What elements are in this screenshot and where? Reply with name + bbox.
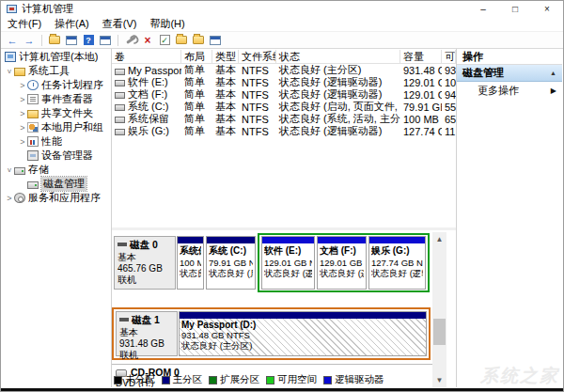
volume-list: 卷 布局 类型 文件系统 状态 容量 可用 My Passport (D:) 简… bbox=[112, 50, 456, 226]
chevron-right-icon[interactable]: > bbox=[18, 81, 27, 90]
col-capacity[interactable]: 容量 bbox=[400, 50, 442, 63]
scrollbar-thumb[interactable] bbox=[433, 319, 446, 345]
chevron-right-icon[interactable]: > bbox=[18, 137, 27, 147]
legend-primary: 主分区 bbox=[162, 373, 203, 386]
tree-item-task-scheduler[interactable]: > 任务计划程序 bbox=[2, 78, 110, 92]
properties-window-icon[interactable] bbox=[98, 34, 113, 47]
disk-icon bbox=[119, 318, 129, 321]
tree-item-disk-management[interactable]: 磁盘管理 bbox=[2, 177, 110, 191]
tree-item-local-users-groups[interactable]: > 本地用户和组 bbox=[2, 120, 110, 134]
actions-disk-management-section[interactable]: 磁盘管理 ▲ bbox=[457, 65, 562, 82]
help-icon[interactable]: ? bbox=[81, 34, 96, 47]
tree-item-event-viewer[interactable]: > 事件查看器 bbox=[2, 92, 110, 106]
tree-item-services-applications[interactable]: > 服务和应用程序 bbox=[2, 191, 110, 205]
disk0-info[interactable]: 磁盘 0 基本 465.76 GB 联机 bbox=[114, 236, 176, 290]
menu-view[interactable]: 查看(V) bbox=[96, 16, 144, 31]
partition-legend: 未分配 主分区 扩展分区 可用空间 逻辑驱动器 bbox=[114, 373, 384, 386]
partition-documents-f[interactable]: 文档 (F:) 129.01 GB NTFS 状态良好 (逻辑 bbox=[317, 236, 367, 290]
partition-entertainment-g[interactable]: 娱乐 (G:) 127.74 GB NTFS 状态良好 (逻辑 bbox=[368, 236, 426, 290]
tree-item-computer-management[interactable]: 计算机管理(本地) bbox=[2, 50, 110, 64]
toolbar: ← → ? × ✓ bbox=[1, 32, 563, 49]
action-wrench-icon[interactable] bbox=[123, 34, 138, 47]
toolbar-separator bbox=[41, 35, 42, 46]
extended-swatch bbox=[209, 376, 217, 384]
maximize-button[interactable]: □ bbox=[499, 1, 531, 16]
chevron-right-icon[interactable]: > bbox=[18, 95, 27, 104]
legend-free-space: 可用空间 bbox=[266, 373, 317, 386]
menu-action[interactable]: 操作(A) bbox=[48, 16, 96, 31]
tree-item-device-manager[interactable]: 设备管理器 bbox=[2, 149, 110, 163]
col-status[interactable]: 状态 bbox=[276, 50, 400, 63]
tree-item-storage[interactable]: v 存储 bbox=[2, 163, 110, 177]
logical-drive-swatch bbox=[323, 376, 332, 384]
col-filesystem[interactable]: 文件系统 bbox=[239, 50, 276, 63]
services-icon bbox=[14, 193, 25, 203]
disk-pane-scrollbar[interactable]: ▲ ▼ bbox=[432, 232, 446, 387]
show-hide-panel-icon[interactable] bbox=[208, 34, 223, 47]
submenu-arrow-icon: ▶ bbox=[551, 86, 556, 95]
disk-management-icon bbox=[27, 181, 39, 189]
chevron-right-icon[interactable]: > bbox=[18, 123, 27, 133]
event-viewer-icon bbox=[27, 94, 39, 104]
volume-icon bbox=[115, 69, 125, 75]
tree-item-performance[interactable]: > 性能 bbox=[2, 134, 110, 149]
col-type[interactable]: 类型 bbox=[212, 50, 239, 63]
disk1-selection-border: 磁盘 1 基本 931.48 GB 联机 My Passport (D:) 93… bbox=[112, 307, 431, 360]
check-icon[interactable]: ✓ bbox=[157, 34, 172, 47]
tree-item-system-tools[interactable]: v 系统工具 bbox=[2, 64, 110, 78]
actions-pane: 操作 磁盘管理 ▲ 更多操作 ▶ bbox=[457, 50, 562, 387]
shared-folders-icon bbox=[27, 110, 39, 118]
menu-file[interactable]: 文件(F) bbox=[1, 16, 48, 31]
tree-item-shared-folders[interactable]: > 共享文件夹 bbox=[2, 106, 110, 120]
menu-help[interactable]: 帮助(H) bbox=[143, 16, 191, 31]
computer-icon bbox=[5, 52, 16, 62]
chevron-down-icon[interactable]: v bbox=[5, 165, 14, 174]
legend-unallocated: 未分配 bbox=[114, 373, 155, 386]
minimize-button[interactable]: – bbox=[467, 1, 499, 16]
free-space-swatch bbox=[266, 376, 274, 384]
disk-graphical-view: 磁盘 0 基本 465.76 GB 联机 系统保留 100 MB NTFS 状态… bbox=[112, 227, 456, 387]
unallocated-swatch bbox=[114, 376, 122, 384]
primary-partition-strip bbox=[207, 237, 255, 243]
collapse-icon[interactable]: ▲ bbox=[550, 70, 556, 76]
toolbar-separator bbox=[118, 35, 118, 46]
forward-icon[interactable]: → bbox=[22, 34, 37, 47]
scroll-down-icon[interactable]: ▼ bbox=[432, 373, 446, 387]
back-icon[interactable]: ← bbox=[5, 34, 20, 47]
menu-bar: 文件(F) 操作(A) 查看(V) 帮助(H) bbox=[1, 16, 563, 32]
actions-title: 操作 bbox=[457, 50, 562, 65]
console-tree: 计算机管理(本地) v 系统工具 > 任务计划程序 > 事件查看器 > 共享文件… bbox=[2, 50, 110, 387]
local-users-icon bbox=[27, 122, 39, 133]
volume-icon bbox=[115, 104, 125, 111]
col-layout[interactable]: 布局 bbox=[181, 50, 212, 63]
partition-software-e[interactable]: 软件 (E:) 129.01 GB NTFS 状态良好 (逻辑 bbox=[261, 236, 315, 290]
partition-system-c[interactable]: 系统 (C:) 79.91 GB NTFS 状态良好 (启动 bbox=[206, 236, 256, 290]
chevron-right-icon[interactable]: > bbox=[18, 109, 27, 118]
title-bar: 计算机管理 – □ × bbox=[1, 1, 563, 16]
up-level-icon[interactable] bbox=[47, 34, 62, 47]
partition-my-passport-d[interactable]: My Passport (D:) 931.48 GB NTFS 状态良好 (主分… bbox=[179, 311, 427, 356]
logical-drive-strip bbox=[262, 237, 314, 243]
partition-system-reserved[interactable]: 系统保留 100 MB NTFS 状态良好 (系统 bbox=[177, 236, 204, 290]
disk1-info[interactable]: 磁盘 1 基本 931.48 GB 联机 bbox=[116, 311, 178, 356]
chevron-down-icon[interactable]: v bbox=[5, 67, 14, 75]
volume-icon bbox=[115, 80, 125, 86]
storage-icon bbox=[14, 167, 25, 175]
close-button[interactable]: × bbox=[531, 1, 563, 16]
volume-icon bbox=[115, 129, 125, 135]
chevron-right-icon[interactable]: > bbox=[5, 194, 14, 203]
volume-row-entertainment-g[interactable]: 娱乐 (G:) 简单基本 NTFS状态良好 (逻辑驱动器) 127.74 GB1… bbox=[112, 125, 456, 137]
more-actions-item[interactable]: 更多操作 ▶ bbox=[457, 82, 562, 99]
app-icon bbox=[7, 5, 17, 13]
refresh-folder-icon[interactable] bbox=[174, 34, 189, 47]
legend-extended: 扩展分区 bbox=[209, 373, 259, 386]
scroll-up-icon[interactable]: ▲ bbox=[432, 232, 446, 246]
find-folder-icon[interactable] bbox=[191, 34, 206, 47]
console-window-icon[interactable] bbox=[64, 34, 79, 47]
computer-management-window: 计算机管理 – □ × 文件(F) 操作(A) 查看(V) 帮助(H) ← → … bbox=[0, 0, 564, 392]
delete-icon[interactable]: × bbox=[140, 34, 155, 47]
window-title: 计算机管理 bbox=[22, 2, 73, 16]
col-volume[interactable]: 卷 bbox=[112, 50, 181, 63]
col-free[interactable]: 可用 bbox=[442, 50, 456, 63]
primary-partition-strip bbox=[178, 237, 203, 243]
